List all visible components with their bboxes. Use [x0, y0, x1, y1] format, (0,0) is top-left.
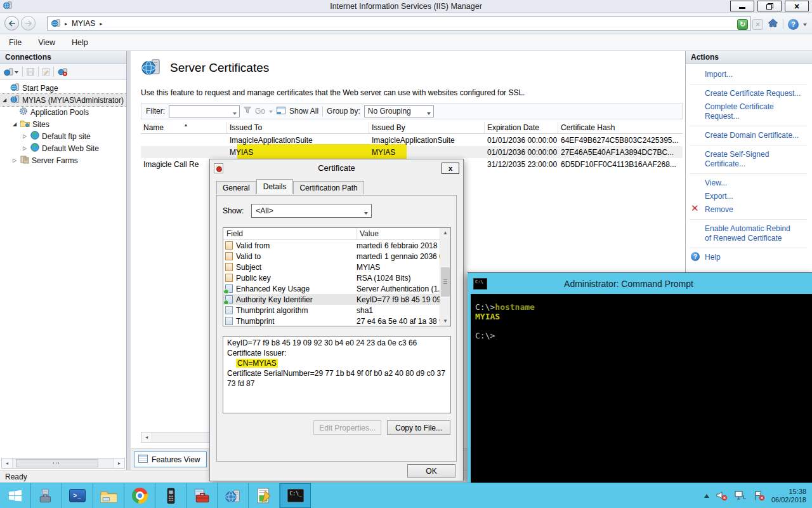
taskbar-item-server-manager[interactable]: [31, 483, 62, 508]
scroll-left-icon[interactable]: ◂: [141, 432, 152, 442]
action-create-domain-certificate[interactable]: Create Domain Certificate...: [690, 129, 807, 142]
scroll-down-icon[interactable]: ▼: [440, 318, 450, 324]
taskbar-item-file-explorer[interactable]: [93, 483, 124, 508]
field-detail-text[interactable]: KeyID=77 f9 b8 45 19 09 92 30 b4 e0 24 2…: [223, 336, 451, 413]
sidebar-item-server-myias[interactable]: MYIAS (MYIAS\Administrator): [0, 94, 126, 106]
field-row[interactable]: Enhanced Key Usage Server Authentication…: [223, 283, 450, 294]
tab-details[interactable]: Details: [256, 179, 294, 194]
action-center-flag-icon[interactable]: [753, 490, 765, 501]
column-header-expiration-date[interactable]: Expiration Date: [485, 122, 558, 133]
field-row[interactable]: Thumbprint 27 e4 6a 5e 40 af 1a 38 94 dc…: [223, 316, 450, 326]
taskbar-item-editor[interactable]: [249, 483, 280, 508]
column-header-issued-by[interactable]: Issued By: [369, 122, 485, 133]
cmd-console[interactable]: C:\>hostname MYIAS C:\>: [471, 294, 812, 483]
column-header-field[interactable]: Field: [223, 228, 357, 239]
expander-icon[interactable]: [22, 145, 28, 151]
column-header-value[interactable]: Value: [357, 228, 450, 239]
action-create-certificate-request[interactable]: Create Certificate Request...: [690, 87, 807, 100]
connections-horizontal-scrollbar[interactable]: ◂ ▸: [1, 458, 125, 469]
features-view-button[interactable]: Features View: [134, 451, 207, 467]
scrollbar-thumb[interactable]: [16, 459, 98, 467]
group-by-select[interactable]: No Grouping: [364, 105, 434, 117]
taskbar-item-command-prompt[interactable]: C:\_: [280, 483, 311, 508]
save-connections-button[interactable]: [27, 68, 34, 76]
window-titlebar[interactable]: Internet Information Services (IIS) Mana…: [0, 0, 812, 13]
expander-icon[interactable]: [1, 97, 8, 103]
scroll-right-icon[interactable]: ▸: [114, 458, 124, 468]
sidebar-item-default-ftp-site[interactable]: Default ftp site: [0, 130, 126, 142]
table-row[interactable]: ImagicleApplicationSuite ImagicleApplica…: [141, 134, 683, 146]
close-button[interactable]: ×: [785, 1, 809, 11]
connect-dropdown-icon[interactable]: [15, 71, 18, 76]
action-import[interactable]: Import...: [690, 68, 807, 81]
refresh-button[interactable]: ↻: [737, 19, 748, 30]
show-all-button[interactable]: Show All: [289, 107, 318, 116]
action-remove[interactable]: ✕Remove: [690, 203, 807, 217]
connect-to-server-button[interactable]: [4, 68, 18, 76]
ok-button[interactable]: OK: [407, 464, 455, 478]
scrollbar-thumb[interactable]: [441, 267, 450, 297]
field-row[interactable]: Valid to martedì 1 gennaio 2036 00:00...: [223, 251, 450, 262]
action-create-self-signed-certificate[interactable]: Create Self-Signed Certificate...: [690, 148, 807, 171]
action-enable-automatic-rebind[interactable]: Enable Automatic Rebind of Renewed Certi…: [690, 222, 797, 245]
sidebar-item-default-web-site[interactable]: Default Web Site: [0, 142, 126, 154]
sidebar-item-start-page[interactable]: Start Page: [0, 82, 126, 94]
copy-to-file-button[interactable]: Copy to File...: [387, 420, 450, 435]
field-row[interactable]: Subject MYIAS: [223, 262, 450, 272]
stop-button[interactable]: ×: [752, 19, 763, 30]
column-header-certificate-hash[interactable]: Certificate Hash: [558, 122, 683, 133]
dialog-close-button[interactable]: x: [442, 163, 459, 174]
cmd-titlebar[interactable]: C:\ Administrator: Command Prompt: [468, 273, 812, 294]
chevron-down-icon[interactable]: [427, 112, 431, 117]
menu-view[interactable]: View: [38, 38, 55, 47]
field-row[interactable]: Valid from martedì 6 febbraio 2018 15:35…: [223, 240, 450, 251]
action-complete-certificate-request[interactable]: Complete Certificate Request...: [690, 100, 807, 123]
expander-icon[interactable]: [11, 121, 18, 127]
expander-icon[interactable]: [11, 157, 18, 163]
chevron-down-icon[interactable]: [364, 212, 368, 217]
field-row[interactable]: Public key RSA (1024 Bits): [223, 272, 450, 283]
field-row[interactable]: Thumbprint algorithm sha1: [223, 305, 450, 316]
forward-button[interactable]: [21, 16, 36, 30]
taskbar-item-chrome[interactable]: [124, 483, 155, 508]
scroll-left-icon[interactable]: ◂: [2, 458, 13, 468]
taskbar-item-powershell[interactable]: >_: [62, 483, 93, 508]
volume-muted-icon[interactable]: [716, 490, 728, 501]
home-button[interactable]: [768, 18, 778, 30]
column-header-issued-to[interactable]: Issued To: [227, 122, 369, 133]
taskbar-item-admin-tools[interactable]: [187, 483, 218, 508]
field-row-selected[interactable]: Authority Key Identifier KeyID=77 f9 b8 …: [223, 294, 450, 305]
help-dropdown-icon[interactable]: [803, 23, 807, 28]
tab-general[interactable]: General: [216, 181, 256, 194]
taskbar-clock[interactable]: 15:38 06/02/2018: [771, 488, 806, 504]
go-dropdown-icon[interactable]: [269, 110, 273, 115]
menu-help[interactable]: Help: [72, 38, 88, 47]
action-export[interactable]: Export...: [690, 190, 807, 203]
dialog-titlebar[interactable]: Certificate x: [210, 159, 463, 177]
menu-file[interactable]: File: [9, 38, 22, 47]
sidebar-item-server-farms[interactable]: Server Farms: [0, 154, 126, 166]
show-select[interactable]: <All>: [251, 204, 372, 218]
sidebar-item-sites[interactable]: Sites: [0, 118, 126, 130]
breadcrumb[interactable]: ▸ MYIAS ▸: [47, 17, 751, 30]
action-help[interactable]: ?Help: [690, 251, 807, 264]
remove-connection-button[interactable]: [58, 68, 68, 76]
show-hidden-icons-button[interactable]: [704, 491, 709, 500]
scroll-up-icon[interactable]: ▲: [440, 230, 450, 236]
network-icon[interactable]: [734, 490, 747, 501]
minimize-button[interactable]: [730, 1, 754, 11]
fields-vertical-scrollbar[interactable]: ▲ ▼: [440, 228, 450, 326]
table-row-selected-myias[interactable]: MYIAS MYIAS 01/01/2036 00:00:00 27E46A5E…: [141, 146, 683, 158]
edit-properties-button[interactable]: Edit Properties...: [313, 420, 381, 435]
breadcrumb-item[interactable]: MYIAS: [72, 19, 95, 28]
back-button[interactable]: [4, 16, 19, 30]
tab-certification-path[interactable]: Certification Path: [293, 181, 363, 194]
help-button[interactable]: ?: [788, 19, 799, 30]
filter-input[interactable]: [169, 105, 240, 117]
expander-icon[interactable]: [22, 133, 28, 139]
chevron-down-icon[interactable]: [233, 112, 237, 117]
action-view[interactable]: View...: [690, 177, 807, 190]
start-button[interactable]: [0, 483, 31, 508]
taskbar-item-iis-manager[interactable]: [218, 483, 249, 508]
go-button[interactable]: Go: [255, 107, 265, 116]
